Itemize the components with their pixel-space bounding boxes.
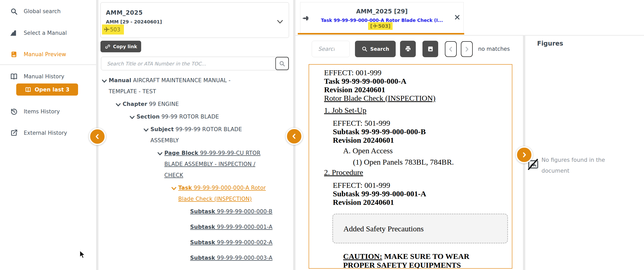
sidebar-item-manual-preview[interactable]: Manual Preview — [10, 50, 66, 58]
sidebar-item-items-history[interactable]: Items History — [10, 107, 60, 116]
manual-selector-dropdown[interactable]: AMM_2025 AMM [29 - 20240601] 503 — [100, 2, 289, 38]
viewer-search — [312, 41, 350, 57]
sidebar-item-label: External History — [24, 130, 67, 136]
collapse-toc-button[interactable] — [286, 128, 303, 145]
viewer-search-label: Search — [370, 46, 389, 52]
toc-item-manual[interactable]: Manual AIRCRAFT MAINTENANCE MANUAL - TEM… — [101, 75, 292, 97]
toc-item-pageblock[interactable]: Page Block 99-99-99-99-CU RTOR BLADE ASS… — [101, 148, 292, 181]
doc-revision: Revision 20240601 — [309, 136, 512, 144]
app-root: Global search Select a Manual Manual Pre… — [0, 0, 644, 270]
toc-item-subtask[interactable]: Subtask 99-99-99-000-004-A — [101, 268, 292, 270]
doc-effect: EFFECT: 001-999 — [309, 68, 512, 77]
tab-title: AMM_2025 [29] — [300, 8, 463, 15]
doc-revision: Revision 20240601 — [309, 198, 512, 206]
search-icon — [361, 46, 368, 52]
previous-match-button[interactable] — [445, 41, 457, 57]
chevron-down-icon[interactable] — [101, 77, 108, 84]
mouse-cursor — [79, 250, 86, 260]
image-icon — [427, 45, 434, 53]
toc-search — [101, 57, 289, 70]
doc-section-heading: 1. Job Set-Up — [309, 106, 512, 114]
figures-toggle-button[interactable] — [422, 41, 438, 57]
toc-tree: Manual AIRCRAFT MAINTENANCE MANUAL - TEM… — [101, 75, 292, 270]
doc-task-number: Task 99-99-99-000-000-A — [309, 77, 512, 85]
chevron-left-icon — [447, 46, 454, 53]
toc-search-input[interactable] — [101, 57, 289, 70]
badge-value: 503 — [378, 23, 388, 29]
doc-subtask-number: Subtask 99-99-99-000-001-A — [309, 189, 512, 198]
chevron-left-icon — [94, 133, 101, 140]
toc-item-task-active[interactable]: Task 99-99-99-000-000-A Rotor Blade Chec… — [101, 182, 292, 205]
sidebar-item-global-search[interactable]: Global search — [10, 7, 61, 15]
chevron-left-icon — [291, 133, 298, 140]
plane-icon — [104, 26, 110, 33]
doc-effect: EFFECT: 001-999 — [309, 181, 512, 189]
toc-item-section[interactable]: Section 99-99 ROTOR BLADE — [101, 111, 292, 122]
toc-item-subtask[interactable]: Subtask 99-99-99-000-003-A — [101, 252, 292, 264]
doc-caution: CAUTION: MAKE SURE TO WEAR PROPER SAFETY… — [343, 252, 489, 269]
history-icon — [10, 107, 18, 116]
collapse-sidebar-button[interactable] — [89, 128, 106, 145]
toc-search-button[interactable] — [275, 57, 289, 70]
tabstrip-border — [295, 35, 644, 36]
print-button[interactable] — [400, 41, 416, 57]
toc-item-subtask[interactable]: Subtask 99-99-99-000-000-B — [101, 206, 292, 217]
print-icon — [404, 45, 412, 53]
match-status: no matches — [478, 46, 510, 52]
doc-task-title: Rotor Blade Check (INSPECTION) — [309, 94, 512, 102]
sidebar-item-external-history[interactable]: External History — [10, 129, 67, 137]
open-last-3-button[interactable]: Open last 3 — [16, 83, 78, 96]
sidebar-item-manual-history[interactable]: Manual History — [10, 72, 64, 81]
search-icon — [279, 60, 285, 67]
figures-empty-message: No figures found in the document — [541, 155, 605, 176]
doc-revision: Revision 20240601 — [309, 85, 512, 94]
doc-section-heading: 2. Procedure — [309, 168, 512, 176]
sidebar-divider — [0, 64, 96, 65]
link-icon — [105, 44, 111, 50]
sidebar-item-label: Select a Manual — [24, 30, 67, 36]
plane-icon — [372, 23, 378, 29]
toc-item-subtask[interactable]: Subtask 99-99-99-000-002-A — [101, 237, 292, 248]
book-icon — [10, 50, 18, 58]
close-icon[interactable] — [454, 14, 460, 20]
safety-note-box: Added Safety Precautions — [332, 214, 508, 243]
safety-note-text: Added Safety Precautions — [343, 224, 424, 233]
badge-bracket: ] — [388, 23, 391, 29]
chevron-down-icon[interactable] — [171, 185, 177, 191]
viewer-search-button[interactable]: Search — [355, 41, 396, 57]
effectivity-badge: 503 — [102, 24, 124, 35]
copy-link-button[interactable]: Copy link — [100, 41, 141, 52]
chevron-down-icon[interactable] — [129, 114, 135, 120]
chevron-down-icon[interactable] — [157, 150, 163, 157]
doc-substep: (1) Open Panels 783BL, 784BR. — [309, 158, 512, 166]
toc-item-chapter[interactable]: Chapter 99 ENGINE — [101, 99, 292, 110]
sidebar-item-label: Items History — [24, 108, 60, 115]
expand-figures-button[interactable] — [516, 146, 533, 163]
viewer-search-input[interactable] — [312, 41, 350, 57]
chevron-down-icon[interactable] — [143, 126, 149, 133]
open-book-icon — [25, 86, 31, 93]
sidebar-item-label: Manual Preview — [24, 51, 66, 57]
toc-item-subtask[interactable]: Subtask 99-99-99-000-001-A — [101, 222, 292, 233]
active-tab-indicator — [298, 33, 464, 35]
external-link-icon — [10, 129, 18, 137]
search-icon — [10, 7, 18, 15]
doc-effect: EFFECT: 501-999 — [309, 119, 512, 127]
sidebar-item-select-manual[interactable]: Select a Manual — [10, 29, 67, 37]
manual-title: AMM_2025 — [106, 9, 143, 16]
document-content: EFFECT: 001-999 Task 99-99-99-000-000-A … — [309, 64, 512, 269]
doc-subtask-number: Subtask 99-99-99-000-000-B — [309, 127, 512, 136]
aircraft-tail-icon — [10, 29, 18, 37]
open-book-icon — [10, 72, 18, 81]
document-tab[interactable]: AMM_2025 [29] Task 99-99-99-000-000-A Ro… — [300, 2, 464, 33]
chevron-down-icon[interactable] — [276, 18, 284, 27]
open-last-3-label: Open last 3 — [35, 87, 69, 93]
next-match-button[interactable] — [461, 41, 473, 57]
chevron-right-icon — [521, 151, 528, 158]
figures-title: Figures — [537, 40, 563, 47]
sidebar-item-label: Manual History — [24, 73, 64, 80]
tab-effectivity-badge: [ 503 ] — [368, 22, 393, 30]
chevron-right-icon — [463, 46, 470, 53]
toc-item-subject[interactable]: Subject 99-99-99 ROTOR BLADE ASSEMBLY — [101, 124, 292, 146]
chevron-down-icon[interactable] — [115, 101, 122, 108]
